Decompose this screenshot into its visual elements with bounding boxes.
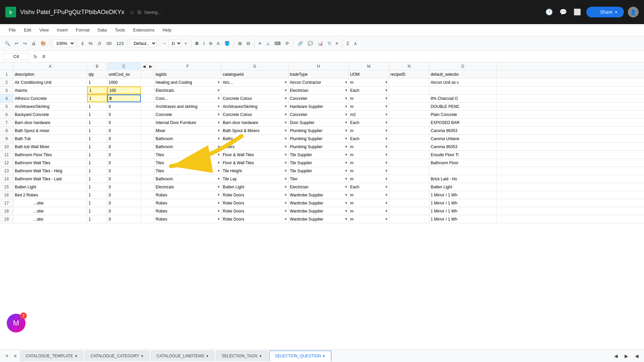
cell-m14[interactable]: m▼ <box>349 175 389 183</box>
cell-h10[interactable]: Plumbing Supplier▼ <box>288 143 349 150</box>
cell-b13[interactable]: 1 <box>87 167 107 175</box>
cell-o5[interactable]: DOUBLE PENC <box>429 103 496 110</box>
cell-n5[interactable] <box>389 103 429 110</box>
cell-n10[interactable] <box>389 143 429 150</box>
cell-h2[interactable]: Aircon Contractor▼ <box>288 78 349 86</box>
cell-h12[interactable]: Tile Supplier▼ <box>288 159 349 167</box>
tab-dropdown-arrow[interactable]: ▼ <box>259 354 262 358</box>
cell-n16[interactable] <box>389 191 429 199</box>
font-size-plus-btn[interactable]: + <box>182 40 189 47</box>
cell-a6[interactable]: Backyard Concrete <box>13 111 87 118</box>
cell-c18[interactable]: 0 <box>107 207 141 215</box>
cell-a8[interactable]: Bath Spout & mixer <box>13 127 87 134</box>
cell-reference-input[interactable]: C4 <box>3 53 30 60</box>
cell-o6[interactable]: Plain Concrete <box>429 111 496 118</box>
cell-n9[interactable] <box>389 135 429 142</box>
font-size-minus-btn[interactable]: − <box>161 40 168 47</box>
italic-btn[interactable]: I <box>201 40 207 47</box>
menu-data[interactable]: Data <box>94 26 110 34</box>
cell-n13[interactable] <box>389 167 429 175</box>
col-header-h[interactable]: H <box>288 62 349 70</box>
cell-o19[interactable]: 1 Mirror / 1 Wh <box>429 215 496 223</box>
cell-f18[interactable]: Robes▼ <box>154 207 221 215</box>
cell-f12[interactable]: Tiles▼ <box>154 159 221 167</box>
cell-c5[interactable]: 0 <box>107 103 141 110</box>
percent-btn[interactable]: % <box>87 40 95 47</box>
share-button[interactable]: 👤 Share ▼ <box>586 7 624 17</box>
tab-next-btn[interactable]: ▶ <box>622 352 631 360</box>
cell-o16[interactable]: 1 Mirror / 1 Wh <box>429 191 496 199</box>
cell-m5[interactable]: m▼ <box>349 103 389 110</box>
cell-b9[interactable]: 1 <box>87 135 107 142</box>
cell-o8[interactable]: Caroma 96353 <box>429 127 496 134</box>
cell-f4[interactable]: Conc...▼ <box>154 95 221 102</box>
cell-n11[interactable] <box>389 151 429 159</box>
cell-o13[interactable] <box>429 167 496 175</box>
cell-h18[interactable]: Wardrobe Supplier▼ <box>288 207 349 215</box>
history-icon[interactable]: ⊙ <box>137 9 142 15</box>
cell-f6[interactable]: Concrete▼ <box>154 111 221 118</box>
cell-o4[interactable]: 8% Charcoal O <box>429 95 496 102</box>
add-sheet-btn[interactable]: + <box>3 352 11 360</box>
sum-btn[interactable]: Σ <box>344 40 351 47</box>
link-btn[interactable]: 🔗 <box>296 40 305 47</box>
cell-c16[interactable]: 0 <box>107 191 141 199</box>
cell-m16[interactable]: m▼ <box>349 191 389 199</box>
tab-catalogue-category[interactable]: CATALOGUE_CATEGORY ▼ <box>85 351 150 361</box>
cell-m13[interactable]: m▼ <box>349 167 389 175</box>
cell-a4[interactable]: Alfresco Concrete <box>13 95 87 102</box>
cell-b4[interactable]: 1 <box>87 95 107 102</box>
tab-catalogue-lineitems[interactable]: CATALOGUE_LINEITEMS ▼ <box>151 351 215 361</box>
cell-f16[interactable]: Robes▼ <box>154 191 221 199</box>
cell-c3[interactable]: 100 <box>107 86 141 94</box>
cell-h17[interactable]: Wardrobe Supplier▼ <box>288 199 349 207</box>
strikethrough-btn[interactable]: S <box>207 40 214 47</box>
cell-o14[interactable]: Brick Laid - Ho <box>429 175 496 183</box>
cell-c7[interactable]: 0 <box>107 119 141 126</box>
cell-n3[interactable] <box>389 86 429 94</box>
cell-a16[interactable]: Bed 2 Robes <box>13 191 87 199</box>
menu-view[interactable]: View <box>36 26 52 34</box>
cell-g8[interactable]: Bath Spout & Mixers▼ <box>221 127 288 134</box>
cell-c17[interactable]: 0 <box>107 199 141 207</box>
cell-g9[interactable]: Baths▼ <box>221 135 288 142</box>
col-header-cd[interactable]: ◀ <box>141 62 148 70</box>
cell-m12[interactable]: m▼ <box>349 159 389 167</box>
merge-btn[interactable]: ⊟ <box>245 40 252 47</box>
chart-btn[interactable]: 📊 <box>316 40 325 47</box>
cell-m9[interactable]: Each▼ <box>349 135 389 142</box>
cell-m18[interactable]: m▼ <box>349 207 389 215</box>
cell-h9[interactable]: Plumbing Supplier▼ <box>288 135 349 142</box>
cell-h19[interactable]: Wardrobe Supplier▼ <box>288 215 349 223</box>
wrap-btn[interactable]: ⌨ <box>272 40 283 47</box>
cell-h4[interactable]: Concreter▼ <box>288 95 349 102</box>
cell-g4[interactable]: Concrete Colour▼ <box>221 95 288 102</box>
cell-a14[interactable]: Bathroom Wall Tiles - Laid <box>13 175 87 183</box>
cell-m10[interactable]: m▼ <box>349 143 389 150</box>
cell-n12[interactable] <box>389 159 429 167</box>
header-description[interactable]: description <box>13 70 87 78</box>
tab-dropdown-arrow[interactable]: ▼ <box>206 354 209 358</box>
print-btn[interactable]: 🖨 <box>30 40 38 47</box>
filter-btn[interactable]: ▽ <box>326 40 333 47</box>
cell-c9[interactable]: 0 <box>107 135 141 142</box>
zoom-select[interactable]: 100% <box>52 40 75 47</box>
cell-o17[interactable]: 1 Mirror / 1 Wh <box>429 199 496 207</box>
cell-a3[interactable]: Alarms <box>13 86 87 94</box>
cell-b8[interactable]: 1 <box>87 127 107 134</box>
cell-g17[interactable]: Robe Doors▼ <box>221 199 288 207</box>
decimal-up-btn[interactable]: .00 <box>104 40 114 47</box>
menu-edit[interactable]: Edit <box>20 26 35 34</box>
cell-a7[interactable]: Barn door hardware <box>13 119 87 126</box>
format-123-btn[interactable]: 123 <box>114 40 126 47</box>
cell-f13[interactable]: Tiles▼ <box>154 167 221 175</box>
borders-btn[interactable]: ⊞ <box>236 40 244 47</box>
cell-o18[interactable]: 1 Mirror / 1 Wh <box>429 207 496 215</box>
header-uom[interactable]: UOM <box>349 70 389 78</box>
cell-b3[interactable]: 1 <box>87 86 107 94</box>
cell-c13[interactable]: 0 <box>107 167 141 175</box>
cell-o11[interactable]: Ensuite Floor Ti <box>429 151 496 159</box>
cell-f17[interactable]: Robes▼ <box>154 199 221 207</box>
cell-b17[interactable]: 1 <box>87 199 107 207</box>
cell-n2[interactable] <box>389 78 429 86</box>
